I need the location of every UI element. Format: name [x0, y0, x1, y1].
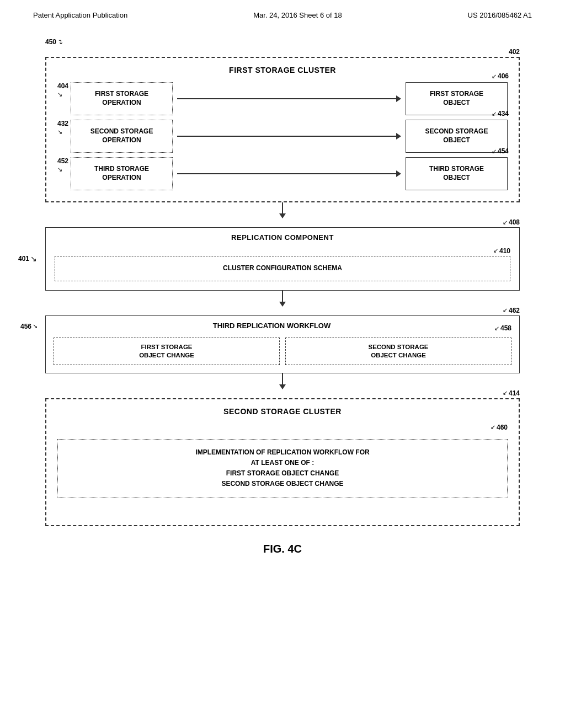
arrow-line-2 — [177, 136, 396, 137]
arrow-line-3 — [177, 173, 396, 174]
replication-component-title: REPLICATION COMPONENT — [55, 233, 510, 242]
arrow-down-3-container — [45, 373, 520, 389]
second-storage-operation-box: SECOND STORAGEOPERATION — [71, 120, 173, 153]
ref-456: 456 — [20, 323, 31, 330]
ref-434: 434 — [498, 110, 509, 117]
first-storage-object-label: FIRST STORAGEOBJECT — [430, 90, 483, 107]
ref-454: 454 — [498, 147, 509, 155]
first-storage-cluster-title: FIRST STORAGE CLUSTER — [57, 66, 508, 74]
ref-404: 404 — [57, 82, 68, 90]
ref-410: 410 — [499, 247, 510, 255]
ref-402: 402 — [509, 48, 520, 56]
ref-452: 452 — [57, 157, 68, 165]
ref-460: 460 — [497, 424, 508, 431]
row-2: 432 ↘ SECOND STORAGEOPERATION — [57, 120, 508, 153]
second-storage-operation-label: SECOND STORAGEOPERATION — [90, 127, 153, 144]
ref-402-row: 402 — [45, 48, 520, 56]
row-3: 452 ↘ THIRD STORAGEOPERATION — [57, 157, 508, 190]
arrow-v-line-2 — [282, 291, 283, 302]
cluster-config-schema-label: CLUSTER CONFIGURATION SCHEMA — [223, 264, 342, 272]
cluster-402-box: FIRST STORAGE CLUSTER 404 ↘ FIRST STORAG… — [45, 57, 520, 202]
third-storage-object-label: THIRD STORAGEOBJECT — [429, 165, 484, 182]
row-1: 404 ↘ FIRST STORAGEOPERATION — [57, 82, 508, 115]
arrow-v-line-3 — [282, 373, 283, 384]
arrow-v-head-2 — [279, 302, 286, 307]
first-storage-operation-box: FIRST STORAGEOPERATION — [71, 82, 173, 115]
arrow-down-1 — [279, 202, 286, 218]
ref-458: 458 — [500, 324, 511, 332]
arrow-head-1 — [396, 95, 401, 102]
implementation-label: IMPLEMENTATION OF REPLICATION WORKFLOW F… — [195, 448, 369, 488]
header-left: Patent Application Publication — [33, 11, 127, 19]
arrow-v-line-1 — [282, 202, 283, 213]
page: Patent Application Publication Mar. 24, … — [0, 0, 565, 728]
ref-408: 408 — [509, 218, 520, 226]
workflow-inner-row: FIRST STORAGEOBJECT CHANGE SECOND STORAG… — [54, 338, 511, 365]
second-storage-object-change-label: SECOND STORAGEOBJECT CHANGE — [368, 343, 428, 360]
arrow-head-3 — [396, 170, 401, 177]
fig-caption: FIG. 4C — [33, 543, 532, 555]
diagram-wrapper: 450 ↴ 402 FIRST STORAGE CLUSTER 404 ↘ — [45, 38, 520, 526]
third-storage-operation-box: THIRD STORAGEOPERATION — [71, 157, 173, 190]
arrow-v-head-1 — [279, 213, 286, 218]
workflow-title: THIRD REPLICATION WORKFLOW — [54, 322, 490, 330]
cluster-config-schema-box: CLUSTER CONFIGURATION SCHEMA — [55, 256, 510, 281]
arrow-line-1 — [177, 98, 396, 99]
implementation-box: IMPLEMENTATION OF REPLICATION WORKFLOW F… — [57, 439, 508, 498]
header-right: US 2016/085462 A1 — [468, 11, 532, 19]
ref-450-row: 450 ↴ — [45, 38, 520, 46]
ref-462: 462 — [509, 307, 520, 314]
third-storage-operation-label: THIRD STORAGEOPERATION — [94, 165, 149, 182]
second-storage-object-change-box: SECOND STORAGEOBJECT CHANGE — [285, 338, 511, 365]
first-storage-object-change-box: FIRST STORAGEOBJECT CHANGE — [54, 338, 280, 365]
second-storage-object-label: SECOND STORAGEOBJECT — [425, 127, 488, 144]
header-middle: Mar. 24, 2016 Sheet 6 of 18 — [253, 11, 342, 19]
third-storage-object-box: THIRD STORAGEOBJECT — [406, 157, 508, 190]
arrow-down-1-container — [45, 202, 520, 218]
first-storage-object-change-label: FIRST STORAGEOBJECT CHANGE — [139, 343, 194, 360]
arrow-head-2 — [396, 133, 401, 140]
patent-header: Patent Application Publication Mar. 24, … — [33, 11, 532, 22]
ref-432: 432 — [57, 120, 68, 127]
arrow-down-2 — [279, 291, 286, 307]
ref-406: 406 — [498, 72, 509, 80]
ref-401: 401 — [18, 255, 29, 263]
arrow-v-head-3 — [279, 384, 286, 389]
second-storage-cluster-title: SECOND STORAGE CLUSTER — [57, 407, 508, 416]
replication-component-box: REPLICATION COMPONENT 401 ↘ ↙ 410 CLUSTE… — [45, 227, 520, 291]
arrow-down-3 — [279, 373, 286, 389]
arrow-down-2-container — [45, 291, 520, 307]
first-storage-operation-label: FIRST STORAGEOPERATION — [95, 90, 148, 107]
workflow-box: 456 ↘ THIRD REPLICATION WORKFLOW ↙ 458 F… — [45, 315, 520, 373]
ref-414: 414 — [509, 389, 520, 397]
cluster2-box: SECOND STORAGE CLUSTER ↙ 460 IMPLEMENTAT… — [45, 398, 520, 527]
ref-450: 450 — [45, 38, 56, 46]
